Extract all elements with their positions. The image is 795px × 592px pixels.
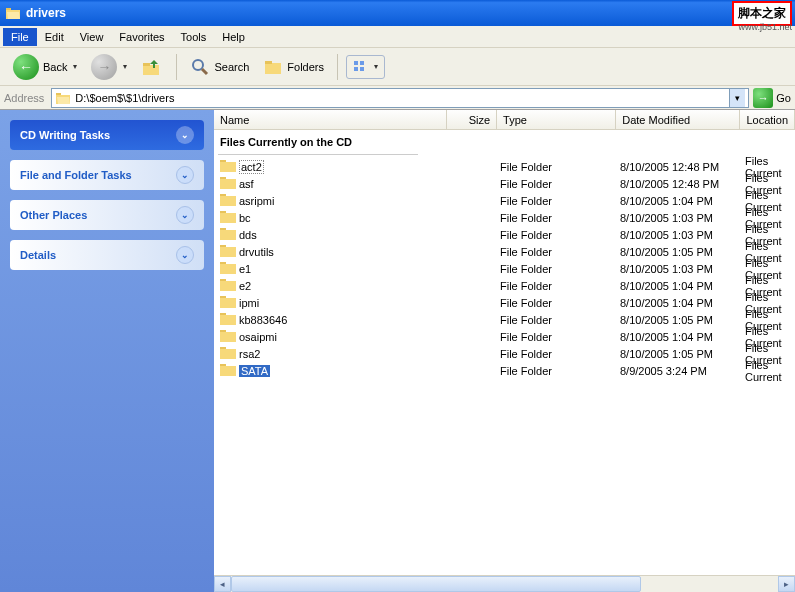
views-button[interactable]: ▾ xyxy=(346,55,385,79)
column-name[interactable]: Name xyxy=(214,110,447,129)
file-name-cell: dds xyxy=(218,227,500,242)
file-type: File Folder xyxy=(500,263,620,275)
chevron-icon: ⌄ xyxy=(176,206,194,224)
task-panel-header[interactable]: Details⌄ xyxy=(10,240,204,270)
file-date: 8/10/2005 12:48 PM xyxy=(620,178,745,190)
task-panel-title: Other Places xyxy=(20,209,87,221)
task-panel-header[interactable]: CD Writing Tasks⌄ xyxy=(10,120,204,150)
file-row[interactable]: asripmiFile Folder8/10/2005 1:04 PMFiles… xyxy=(218,192,791,209)
up-button[interactable] xyxy=(136,52,168,82)
file-row[interactable]: ipmiFile Folder8/10/2005 1:04 PMFiles Cu… xyxy=(218,294,791,311)
file-name-cell: ipmi xyxy=(218,295,500,310)
window-title: drivers xyxy=(26,6,790,20)
folder-icon xyxy=(220,278,236,293)
folder-icon xyxy=(220,312,236,327)
file-name: bc xyxy=(239,212,251,224)
file-row[interactable]: act2File Folder8/10/2005 12:48 PMFiles C… xyxy=(218,158,791,175)
content: CD Writing Tasks⌄File and Folder Tasks⌄O… xyxy=(0,110,795,592)
file-type: File Folder xyxy=(500,161,620,173)
file-type: File Folder xyxy=(500,212,620,224)
forward-arrow-icon: → xyxy=(91,54,117,80)
menu-file[interactable]: File xyxy=(3,28,37,46)
section-title: Files Currently on the CD xyxy=(218,132,418,155)
folders-icon xyxy=(263,57,283,77)
chevron-down-icon: ▾ xyxy=(123,62,127,71)
file-row[interactable]: osaipmiFile Folder8/10/2005 1:04 PMFiles… xyxy=(218,328,791,345)
menu-view[interactable]: View xyxy=(72,28,112,46)
svg-rect-9 xyxy=(354,61,358,65)
folder-icon xyxy=(220,210,236,225)
back-button[interactable]: ← Back ▾ xyxy=(8,50,82,84)
forward-button[interactable]: → ▾ xyxy=(86,50,132,84)
file-row[interactable]: bcFile Folder8/10/2005 1:03 PMFiles Curr… xyxy=(218,209,791,226)
horizontal-scrollbar[interactable]: ◂ ▸ xyxy=(214,575,795,592)
svg-rect-35 xyxy=(220,315,236,325)
toolbar: ← Back ▾ → ▾ Search Folders ▾ xyxy=(0,48,795,86)
scroll-thumb[interactable] xyxy=(231,576,641,592)
file-type: File Folder xyxy=(500,365,620,377)
file-date: 8/10/2005 1:05 PM xyxy=(620,314,745,326)
file-type: File Folder xyxy=(500,280,620,292)
search-button[interactable]: Search xyxy=(185,53,254,81)
file-row[interactable]: kb883646File Folder8/10/2005 1:05 PMFile… xyxy=(218,311,791,328)
menu-edit[interactable]: Edit xyxy=(37,28,72,46)
folders-label: Folders xyxy=(287,61,324,73)
file-location: Files Current xyxy=(745,359,791,383)
search-icon xyxy=(190,57,210,77)
file-list[interactable]: Files Currently on the CD act2File Folde… xyxy=(214,130,795,575)
file-name: ipmi xyxy=(239,297,259,309)
task-panel: Other Places⌄ xyxy=(10,200,204,230)
svg-line-6 xyxy=(202,69,207,74)
folder-icon xyxy=(220,329,236,344)
main-area: Name Size Type Date Modified Location Fi… xyxy=(214,110,795,592)
file-name: act2 xyxy=(239,160,264,174)
column-location[interactable]: Location xyxy=(740,110,795,129)
file-row[interactable]: e1File Folder8/10/2005 1:03 PMFiles Curr… xyxy=(218,260,791,277)
file-row[interactable]: rsa2File Folder8/10/2005 1:05 PMFiles Cu… xyxy=(218,345,791,362)
column-size[interactable]: Size xyxy=(447,110,497,129)
menu-favorites[interactable]: Favorites xyxy=(111,28,172,46)
task-panel-title: Details xyxy=(20,249,56,261)
file-row[interactable]: ddsFile Folder8/10/2005 1:03 PMFiles Cur… xyxy=(218,226,791,243)
task-panel-header[interactable]: File and Folder Tasks⌄ xyxy=(10,160,204,190)
folder-icon xyxy=(220,227,236,242)
address-input[interactable]: D:\$oem$\$1\drivers ▾ xyxy=(51,88,749,108)
chevron-icon: ⌄ xyxy=(176,246,194,264)
file-date: 8/10/2005 12:48 PM xyxy=(620,161,745,173)
scroll-track[interactable] xyxy=(231,576,778,592)
file-type: File Folder xyxy=(500,195,620,207)
file-row[interactable]: e2File Folder8/10/2005 1:04 PMFiles Curr… xyxy=(218,277,791,294)
file-row[interactable]: drvutilsFile Folder8/10/2005 1:05 PMFile… xyxy=(218,243,791,260)
menu-tools[interactable]: Tools xyxy=(173,28,215,46)
column-date[interactable]: Date Modified xyxy=(616,110,740,129)
svg-rect-29 xyxy=(220,264,236,274)
folder-icon xyxy=(220,193,236,208)
svg-rect-8 xyxy=(265,61,272,64)
file-date: 8/10/2005 1:05 PM xyxy=(620,348,745,360)
task-panel-title: CD Writing Tasks xyxy=(20,129,110,141)
svg-rect-12 xyxy=(360,67,364,71)
file-row[interactable]: SATAFile Folder8/9/2005 3:24 PMFiles Cur… xyxy=(218,362,791,379)
column-headers: Name Size Type Date Modified Location xyxy=(214,110,795,130)
file-name-cell: asripmi xyxy=(218,193,500,208)
address-label: Address xyxy=(4,92,44,104)
file-date: 8/10/2005 1:03 PM xyxy=(620,229,745,241)
svg-rect-27 xyxy=(220,247,236,257)
folders-button[interactable]: Folders xyxy=(258,53,329,81)
address-dropdown[interactable]: ▾ xyxy=(729,89,745,107)
task-panel: Details⌄ xyxy=(10,240,204,270)
scroll-left-button[interactable]: ◂ xyxy=(214,576,231,592)
sidebar: CD Writing Tasks⌄File and Folder Tasks⌄O… xyxy=(0,110,214,592)
go-button[interactable]: → Go xyxy=(753,88,791,108)
back-label: Back xyxy=(43,61,67,73)
file-row[interactable]: asfFile Folder8/10/2005 12:48 PMFiles Cu… xyxy=(218,175,791,192)
svg-rect-41 xyxy=(220,366,236,376)
file-name-cell: act2 xyxy=(218,159,500,174)
menu-help[interactable]: Help xyxy=(214,28,253,46)
separator xyxy=(337,54,338,80)
scroll-right-button[interactable]: ▸ xyxy=(778,576,795,592)
column-type[interactable]: Type xyxy=(497,110,616,129)
file-date: 8/10/2005 1:03 PM xyxy=(620,212,745,224)
task-panel-header[interactable]: Other Places⌄ xyxy=(10,200,204,230)
file-date: 8/10/2005 1:04 PM xyxy=(620,331,745,343)
